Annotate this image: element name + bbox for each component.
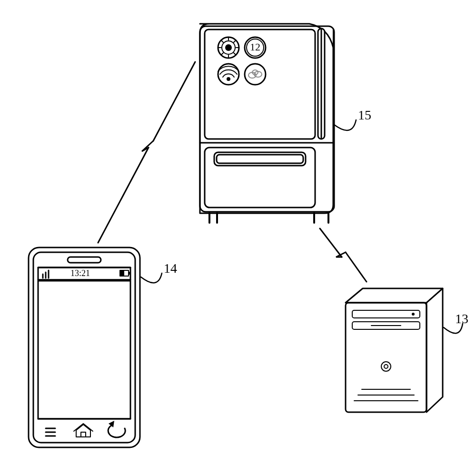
svg-line-62: [153, 62, 195, 141]
svg-point-27: [227, 78, 230, 80]
menu-icon: [46, 428, 55, 436]
svg-point-57: [384, 365, 388, 368]
diagram-svg: [0, 0, 476, 455]
svg-rect-3: [205, 148, 315, 208]
phone-time: 13:21: [70, 268, 90, 278]
svg-point-56: [381, 362, 391, 371]
label-phone: 14: [164, 261, 177, 276]
diagram-stage: 15 14 13 13:21 12: [0, 0, 476, 455]
svg-line-20: [221, 40, 223, 42]
svg-rect-43: [120, 271, 124, 276]
svg-line-63: [320, 228, 342, 257]
svg-point-15: [226, 45, 231, 50]
svg-rect-34: [68, 257, 101, 263]
wireless-bolt-phone-fridge: [98, 62, 195, 243]
svg-rect-52: [352, 310, 420, 318]
svg-line-22: [221, 53, 223, 55]
svg-point-53: [412, 313, 415, 316]
wireless-bolt-fridge-server: [320, 228, 367, 282]
svg-rect-42: [129, 272, 130, 275]
svg-line-61: [98, 148, 149, 243]
back-icon: [108, 421, 125, 437]
svg-line-64: [346, 252, 367, 282]
server: [346, 288, 443, 412]
svg-rect-44: [38, 281, 130, 419]
fridge: [200, 24, 334, 223]
svg-line-23: [234, 40, 236, 42]
home-icon: [74, 424, 93, 437]
svg-rect-5: [217, 155, 303, 163]
svg-rect-49: [81, 432, 86, 437]
svg-rect-51: [346, 303, 426, 412]
fridge-magnet-number: 12: [249, 41, 261, 53]
svg-line-21: [234, 53, 236, 55]
label-server: 13: [455, 311, 468, 326]
label-fridge: 15: [358, 108, 371, 123]
